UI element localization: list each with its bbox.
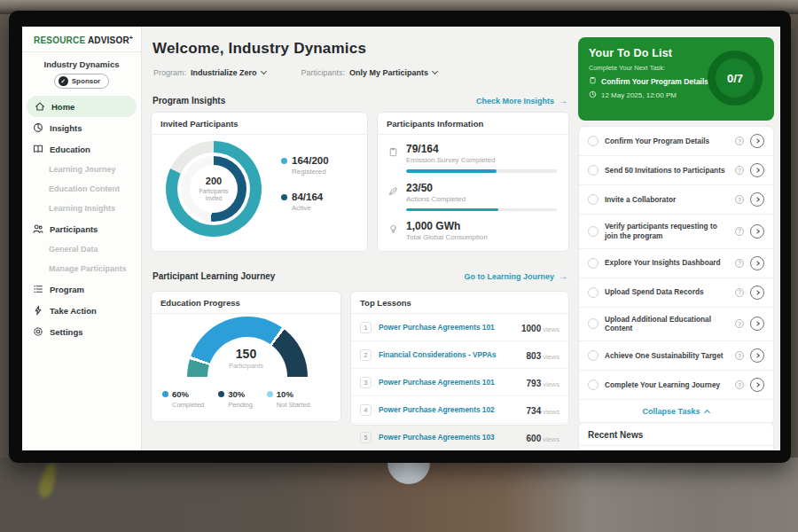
insights-pie-icon [33,122,43,133]
task-open-button[interactable] [750,134,764,148]
consumption-icon [388,222,398,231]
sidebar-item-home[interactable]: Home [27,96,137,117]
legend-dot-not-started [267,391,273,397]
sidebar-item-learning-insights[interactable]: Learning Insights [22,199,141,218]
help-icon[interactable]: ? [735,259,744,268]
task-checkbox[interactable] [588,165,598,176]
stat-value: 79/164 [406,143,558,155]
participants-filter[interactable]: Participants: Only My Participants [301,68,438,77]
task-checkbox[interactable] [588,318,598,329]
sidebar-nav: Home Insights Education Learning Journey [22,96,141,342]
gauge-center: 150 Participants [152,347,340,370]
completed-label: Completed [172,401,204,409]
sidebar-item-insights[interactable]: Insights [22,117,141,138]
go-to-learning-journey-link[interactable]: Go to Learning Journey → [464,271,567,281]
actions-icon [388,184,398,193]
help-icon[interactable]: ? [735,319,744,328]
link-label: Go to Learning Journey [464,272,554,281]
help-icon[interactable]: ? [735,227,744,236]
todo-progress-ring: 0/7 [708,51,763,106]
brand-advisor: ADVISOR [88,35,129,45]
brand-logo: RESOURCE ADVISOR+ [22,27,141,51]
participants-information-card: Participants Information 79/164 Emission… [377,112,569,252]
sidebar-item-label: Settings [50,327,82,337]
views-suffix: views [543,353,559,361]
page-title: Welcome, Industry Dynamics [153,40,366,58]
task-open-button[interactable] [750,224,764,239]
task-open-button[interactable] [750,317,764,331]
stat-actions-completed: 23/50 Actions Completed [388,182,558,212]
stat-label: Emission Survey Completed [406,156,558,164]
progress-fill [406,208,498,212]
help-icon[interactable]: ? [735,137,744,145]
help-icon[interactable]: ? [735,166,744,175]
lesson-link[interactable]: Power Purchase Agreements 101 [379,323,514,332]
sidebar-item-education-content[interactable]: Education Content [22,179,141,199]
sidebar-item-learning-journey[interactable]: Learning Journey [22,160,141,179]
progress-bar [406,208,557,212]
lesson-views: 1000 [521,324,541,333]
main-content: Welcome, Industry Dynamics Program: Indu… [142,27,580,450]
lesson-link[interactable]: Power Purchase Agreements 103 [379,433,520,442]
help-icon[interactable]: ? [735,380,744,389]
lesson-link[interactable]: Power Purchase Agreements 102 [379,405,520,414]
lesson-link[interactable]: Power Purchase Agreements 101 [379,378,520,387]
task-open-button[interactable] [750,286,764,300]
task-checkbox[interactable] [588,226,598,237]
task-checkbox[interactable] [588,350,598,361]
task-checkbox[interactable] [588,194,598,205]
check-more-insights-link[interactable]: Check More Insights → [476,96,567,106]
chevron-right-icon [755,229,760,234]
participants-count: 150 [152,347,340,361]
help-icon[interactable]: ? [735,351,744,360]
views-suffix: views [543,380,559,388]
stat-label: Actions Completed [406,195,558,203]
collapse-tasks-link[interactable]: Collapse Tasks [579,400,773,424]
dashboard-screen: RESOURCE ADVISOR+ Industry Dynamics ✓ Sp… [22,27,780,450]
sidebar-item-label: Learning Insights [49,204,115,213]
photo-scene: RESOURCE ADVISOR+ Industry Dynamics ✓ Sp… [0,0,798,532]
task-open-button[interactable] [750,378,764,392]
task-open-button[interactable] [750,163,764,177]
card-title: Education Progress [152,292,340,314]
todo-column: Your To Do List Complete Your Next Task:… [577,27,774,450]
sidebar-item-manage-participants[interactable]: Manage Participants [22,259,141,278]
sidebar-item-participants[interactable]: Participants [22,218,141,239]
top-lessons-card: Top Lessons 1 Power Purchase Agreements … [350,291,569,426]
sidebar-item-education[interactable]: Education [22,138,141,160]
help-icon[interactable]: ? [735,288,744,297]
divider [22,51,141,52]
program-insights-header: Program Insights Check More Insights → [153,96,567,106]
lesson-rank: 4 [360,404,372,416]
active-value: 84/164 [292,192,323,202]
help-icon[interactable]: ? [735,195,744,204]
task-checkbox[interactable] [588,287,598,298]
learning-journey-header: Participant Learning Journey Go to Learn… [153,271,567,281]
lesson-views: 803 [527,351,542,361]
education-progress-card: Education Progress 150 Participants 60% [151,291,341,422]
lesson-link[interactable]: Financial Considerations - VPPAs [379,350,520,359]
task-checkbox[interactable] [588,379,598,390]
program-filter[interactable]: Program: Industrialize Zero [153,68,266,77]
sponsor-badge[interactable]: ✓ Sponsor [54,74,109,89]
task-checkbox[interactable] [588,136,598,146]
task-open-button[interactable] [750,192,764,207]
lesson-rank: 2 [360,349,372,361]
task-open-button[interactable] [750,348,764,363]
todo-progress-value: 0/7 [727,72,743,85]
sidebar-item-take-action[interactable]: Take Action [22,300,141,321]
task-checkbox[interactable] [588,258,598,269]
chevron-right-icon [755,261,760,266]
sidebar-item-settings[interactable]: Settings [22,321,141,342]
lesson-row: 5 Power Purchase Agreements 103 600views [351,424,568,450]
task-open-button[interactable] [750,256,764,270]
sidebar-item-program[interactable]: Program [22,278,141,300]
sidebar-item-general-data[interactable]: General Data [22,239,141,259]
task-label: Send 50 Invitations to Participants [605,166,729,176]
lesson-row: 2 Financial Considerations - VPPAs 803vi… [351,341,568,369]
lesson-views: 793 [527,379,542,388]
lesson-row: 1 Power Purchase Agreements 101 1000view… [351,314,568,341]
people-icon [33,223,43,234]
legend-item-registered: 164/200 Registered [281,155,329,176]
lesson-rank: 5 [360,432,372,443]
